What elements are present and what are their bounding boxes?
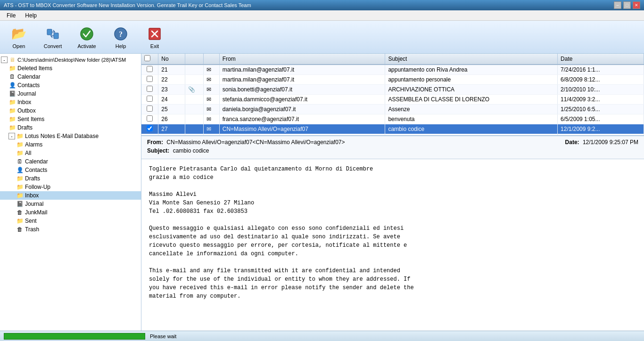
tree-item-drafts2[interactable]: 📁 Drafts <box>0 174 141 183</box>
row-checkbox[interactable] <box>147 66 153 72</box>
tree-label-inbox1: Inbox <box>17 99 31 106</box>
all-icon: 📁 <box>16 149 24 157</box>
date-value: 12/1/2009 9:25:07 PM <box>583 139 638 146</box>
table-row[interactable]: 25 ✉ daniela.borgia@agenziaf07.it Assenz… <box>141 105 644 114</box>
table-row[interactable]: 22 ✉ martina.milan@agenziaf07.it appunta… <box>141 75 644 85</box>
row-checkbox[interactable] <box>147 125 153 131</box>
tree-item-all[interactable]: 📁 All <box>0 149 141 157</box>
sent2-icon: 📁 <box>16 217 24 225</box>
row-no: 22 <box>158 75 185 85</box>
table-row[interactable]: 23 📎 ✉ sonia.bonetti@agenziaf07.it ARCHI… <box>141 85 644 95</box>
svg-text:?: ? <box>119 30 123 38</box>
tree-item-trash[interactable]: 🗑 Trash <box>0 225 141 234</box>
col-header-from[interactable]: From <box>219 54 385 65</box>
row-from: franca.sanzone@agenziaf07.it <box>219 114 385 124</box>
row-subject: ARCHIVIAZIONE OTTICA <box>385 85 558 95</box>
open-button[interactable]: 📂 Open <box>4 23 34 52</box>
row-checkbox[interactable] <box>147 76 153 82</box>
row-env: ✉ <box>203 124 219 134</box>
tree-item-sent1[interactable]: 📁 Sent Items <box>0 115 141 123</box>
convert-label: Convert <box>44 43 62 49</box>
row-checkbox[interactable] <box>147 86 153 92</box>
tree-item-contacts2[interactable]: 👤 Contacts <box>0 166 141 174</box>
minimize-button[interactable]: – <box>614 1 621 9</box>
titlebar: ATS - OST to MBOX Converter Software New… <box>0 0 644 10</box>
tree-label-calendar2: Calendar <box>25 158 48 165</box>
titlebar-controls: – □ ✕ <box>614 1 640 9</box>
table-row[interactable]: 27 ✉ CN=Massimo Allevi/O=agenziaf07 camb… <box>141 124 644 134</box>
help-button[interactable]: ? Help <box>106 23 136 52</box>
tree-item-junkmail[interactable]: 🗑 JunkMail <box>0 208 141 217</box>
row-subject: appuntamento con Riva Andrea <box>385 65 558 75</box>
tree-item-contacts1[interactable]: 👤 Contacts <box>0 81 141 89</box>
table-row[interactable]: 21 ✉ martina.milan@agenziaf07.it appunta… <box>141 65 644 75</box>
exit-icon <box>146 25 163 42</box>
select-all-checkbox[interactable] <box>144 55 150 61</box>
email-list[interactable]: No From Subject Date 21 ✉ martina.milan@… <box>141 54 644 136</box>
maximize-button[interactable]: □ <box>623 1 631 9</box>
activate-label: Activate <box>77 43 96 49</box>
row-no: 21 <box>158 65 185 75</box>
tree-toggle-lotus[interactable]: - <box>8 133 15 139</box>
tree-label-alarms: Alarms <box>25 141 42 148</box>
row-checkbox[interactable] <box>147 96 153 102</box>
tree-item-deleted[interactable]: 📁 Deleted Items <box>0 64 141 73</box>
svg-rect-1 <box>54 33 58 39</box>
tree-item-inbox1[interactable]: 📁 Inbox <box>0 98 141 106</box>
tree-item-root[interactable]: - 🖥 C:\Users\admin\Desktop\New folder (2… <box>0 56 141 64</box>
sidebar[interactable]: - 🖥 C:\Users\admin\Desktop\New folder (2… <box>0 54 141 331</box>
svg-rect-0 <box>47 29 52 35</box>
row-checkbox[interactable] <box>147 115 153 122</box>
row-checkbox[interactable] <box>147 106 153 112</box>
row-date: 7/24/2016 1:1... <box>558 65 644 75</box>
row-from: CN=Massimo Allevi/O=agenziaf07 <box>219 124 385 134</box>
tree-item-calendar1[interactable]: 🗓 Calendar <box>0 73 141 81</box>
row-subject: benvenuta <box>385 114 558 124</box>
menu-file[interactable]: File <box>2 11 20 20</box>
col-header-no[interactable]: No <box>158 54 185 65</box>
tree-label-inbox2: Inbox <box>25 192 39 199</box>
convert-button[interactable]: Convert <box>38 23 68 52</box>
col-header-subject[interactable]: Subject <box>385 54 558 65</box>
col-header-attach <box>185 54 203 65</box>
title-text: ATS - OST to MBOX Converter Software New… <box>4 2 251 8</box>
col-header-date[interactable]: Date <box>558 54 644 65</box>
alarms-icon: 📁 <box>16 141 24 148</box>
tree-item-outbox1[interactable]: 📁 Outbox <box>0 106 141 115</box>
tree-toggle-root[interactable]: - <box>1 57 8 63</box>
menu-help[interactable]: Help <box>20 11 41 20</box>
table-row[interactable]: 26 ✉ franca.sanzone@agenziaf07.it benven… <box>141 114 644 124</box>
folder-deleted-icon: 📁 <box>8 65 16 72</box>
email-panel: No From Subject Date 21 ✉ martina.milan@… <box>141 54 644 331</box>
drafts2-icon: 📁 <box>16 175 24 182</box>
tree-item-journal1[interactable]: 📓 Journal <box>0 89 141 98</box>
lotus-icon: 📁 <box>16 132 24 140</box>
email-table: No From Subject Date 21 ✉ martina.milan@… <box>141 54 644 136</box>
tree-item-inbox2[interactable]: 📁 Inbox <box>0 191 141 200</box>
row-no: 24 <box>158 95 185 105</box>
exit-button[interactable]: Exit <box>140 23 170 52</box>
row-no: 26 <box>158 114 185 124</box>
close-button[interactable]: ✕ <box>633 1 640 9</box>
tree-item-journal2[interactable]: 📓 Journal <box>0 200 141 208</box>
row-from: martina.milan@agenziaf07.it <box>219 65 385 75</box>
activate-button[interactable]: Activate <box>72 23 102 52</box>
tree-item-drafts1[interactable]: 📁 Drafts <box>0 123 141 132</box>
row-from: daniela.borgia@agenziaf07.it <box>219 105 385 114</box>
followup-icon: 📁 <box>16 183 24 191</box>
col-header-checkbox[interactable] <box>141 54 158 65</box>
tree-item-followup[interactable]: 📁 Follow-Up <box>0 183 141 191</box>
tree-label-junkmail: JunkMail <box>25 209 47 216</box>
from-value: CN=Massimo Allevi/O=agenziaf07<CN=Massim… <box>166 139 345 146</box>
tree-label-followup: Follow-Up <box>25 184 50 190</box>
contacts1-icon: 👤 <box>8 81 16 89</box>
tree-item-alarms[interactable]: 📁 Alarms <box>0 140 141 149</box>
tree-item-calendar2[interactable]: 🗓 Calendar <box>0 157 141 166</box>
row-date: 6/8/2009 8:12... <box>558 75 644 85</box>
from-label: From: <box>147 139 163 146</box>
table-row[interactable]: 24 ✉ stefania.dammicco@agenziaf07.it ASS… <box>141 95 644 105</box>
convert-icon <box>44 25 61 42</box>
tree-item-lotusnotes[interactable]: - 📁 Lotus Notes E-Mail Database <box>0 132 141 140</box>
tree-item-sent2[interactable]: 📁 Sent <box>0 217 141 225</box>
toolbar: 📂 Open Convert Activate ? <box>0 21 644 54</box>
